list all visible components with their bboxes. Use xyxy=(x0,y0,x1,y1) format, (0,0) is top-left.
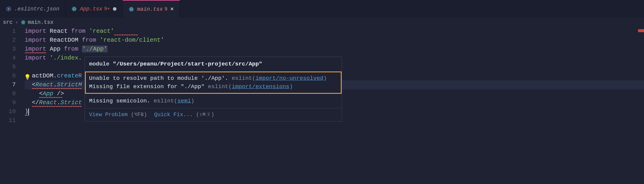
hover-source-token[interactable]: './App' xyxy=(82,46,108,52)
code-line[interactable]: import App from './App' xyxy=(25,45,644,54)
tab-main[interactable]: main.tsx 9 × xyxy=(123,0,180,18)
code-line[interactable]: import React from 'react' xyxy=(25,27,644,36)
hover-tooltip: module "/Users/peanu/Project/start-proje… xyxy=(85,57,342,121)
svg-marker-1 xyxy=(7,8,10,10)
hover-actions: View Problem (⌥F8) Quick Fix... (⇧⌘ㄡ) xyxy=(85,108,342,121)
error-squiggle xyxy=(114,35,138,35)
breadcrumb: src › main.tsx xyxy=(0,18,644,27)
line-number: 7 xyxy=(0,80,16,89)
svg-point-2 xyxy=(74,9,75,10)
svg-point-6 xyxy=(131,9,132,10)
breadcrumb-segment[interactable]: src xyxy=(3,19,13,25)
quick-fix-button[interactable]: Quick Fix... xyxy=(154,112,193,118)
diagnostic-message: Unable to resolve path to module './App'… xyxy=(89,74,337,83)
close-icon[interactable]: × xyxy=(170,6,174,12)
error-squiggle xyxy=(25,52,46,53)
eslint-rule-link[interactable]: semi xyxy=(177,98,191,104)
line-number-gutter: 1 2 3 4 5 6 7 8 9 10 11 xyxy=(0,27,22,125)
line-number: 1 xyxy=(0,27,16,36)
diagnostic-message: Missing semicolon. eslint(semi) xyxy=(85,94,342,108)
tab-label: main.tsx xyxy=(137,6,163,12)
react-icon xyxy=(21,20,26,25)
line-number: 2 xyxy=(0,36,16,45)
chevron-right-icon: › xyxy=(15,19,18,25)
tab-label: .eslintrc.json xyxy=(14,6,59,12)
line-number: 3 xyxy=(0,45,16,54)
tab-problem-count: 9 xyxy=(164,7,167,12)
eslint-rule-link[interactable]: import/no-unresolved xyxy=(256,75,323,82)
view-problem-button[interactable]: View Problem xyxy=(89,112,128,118)
tab-label: App.tsx xyxy=(80,6,102,12)
tab-app[interactable]: App.tsx 9+ xyxy=(66,0,123,18)
breadcrumb-label: src xyxy=(3,19,13,25)
breadcrumb-segment[interactable]: main.tsx xyxy=(21,19,53,25)
lightbulb-icon[interactable]: 💡 xyxy=(24,74,31,80)
line-number: 10 xyxy=(0,107,16,116)
line-number: 4 xyxy=(0,54,16,63)
line-number: 9 xyxy=(0,98,16,107)
minimap-error-marker[interactable] xyxy=(638,29,644,32)
react-icon xyxy=(129,7,134,12)
error-squiggle xyxy=(32,106,82,107)
eslint-icon xyxy=(6,6,11,12)
text-cursor xyxy=(28,108,29,115)
error-squiggle xyxy=(32,88,82,89)
error-squiggle xyxy=(39,97,62,98)
tab-problem-count: 9+ xyxy=(104,6,110,12)
shortcut-hint: (⌥F8) xyxy=(128,112,147,118)
line-number: 5 xyxy=(0,63,16,71)
breadcrumb-label: main.tsx xyxy=(28,19,53,25)
tab-eslintrc[interactable]: .eslintrc.json xyxy=(0,0,66,18)
diagnostic-message: Missing file extension for "./App" eslin… xyxy=(89,82,337,91)
tab-bar: .eslintrc.json App.tsx 9+ main.tsx 9 × xyxy=(0,0,644,18)
dirty-indicator-icon xyxy=(113,7,116,11)
eslint-rule-link[interactable]: import/extensions xyxy=(232,83,290,90)
code-line[interactable]: import ReactDOM from 'react-dom/client' xyxy=(25,36,644,45)
react-icon xyxy=(71,6,77,12)
shortcut-hint: (⇧⌘ㄡ) xyxy=(193,112,214,118)
line-number: 11 xyxy=(0,116,16,125)
error-squiggle xyxy=(25,115,29,116)
line-number: 6 xyxy=(0,71,16,80)
svg-point-10 xyxy=(23,22,24,23)
hover-highlighted-messages: Unable to resolve path to module './App'… xyxy=(85,71,342,94)
line-number: 8 xyxy=(0,89,16,98)
hover-module-header: module "/Users/peanu/Project/start-proje… xyxy=(85,57,342,71)
